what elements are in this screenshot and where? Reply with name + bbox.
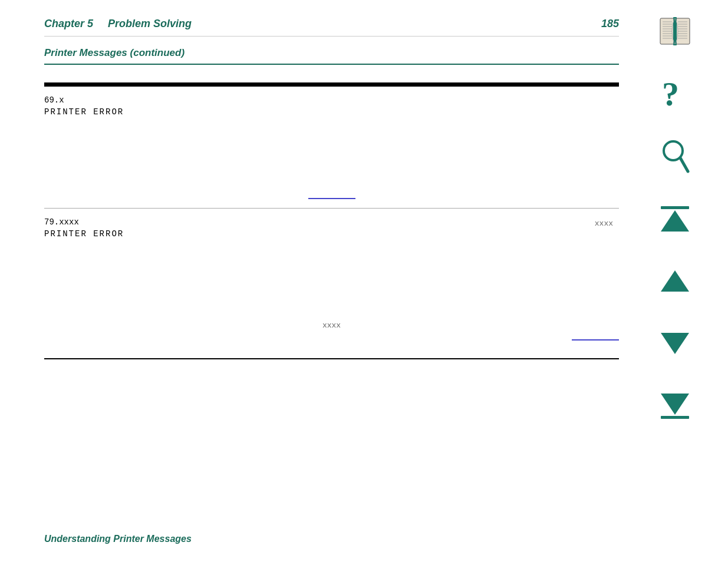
chapter-title: Chapter 5 Problem Solving	[44, 18, 192, 30]
question-icon: ?	[659, 75, 691, 113]
footer-title: Understanding Printer Messages	[44, 534, 192, 544]
blank-area-79	[44, 239, 619, 309]
nav-next-icon	[661, 333, 689, 354]
search-icon	[660, 139, 690, 173]
section-text: Problem Solving	[108, 18, 192, 29]
nav-triangle-up	[661, 210, 689, 232]
link-area-69	[44, 193, 619, 199]
main-content: Chapter 5 Problem Solving 185 Printer Me…	[44, 0, 619, 562]
nav-first-icon-container[interactable]	[654, 198, 696, 239]
error-code-79: 79.xxxx	[44, 217, 595, 227]
error-label-69: PRINTER ERROR	[44, 107, 619, 117]
entry-79-header-row: 79.xxxx PRINTER ERROR xxxx	[44, 217, 619, 239]
svg-rect-18	[673, 17, 677, 45]
svg-point-22	[667, 144, 671, 149]
section-header: Printer Messages (continued)	[44, 47, 619, 65]
link-area-79	[44, 335, 619, 340]
nav-last-icon	[661, 394, 689, 419]
nav-prev-triangle	[661, 270, 689, 292]
page-number: 185	[601, 18, 619, 30]
chapter-text: Chapter 5	[44, 18, 93, 29]
nav-prev-icon	[661, 270, 689, 292]
link-79[interactable]	[572, 335, 619, 340]
error-label-79: PRINTER ERROR	[44, 229, 595, 239]
svg-line-21	[680, 158, 688, 171]
nav-last-icon-container[interactable]	[654, 385, 696, 427]
nav-prev-icon-container[interactable]	[654, 260, 696, 302]
book-icon-container[interactable]	[654, 11, 696, 52]
svg-text:?: ?	[662, 75, 679, 113]
xxxx-right-79: xxxx	[595, 219, 613, 228]
nav-last-triangle	[661, 394, 689, 415]
nav-next-icon-container[interactable]	[654, 323, 696, 364]
entry-69: 69.x PRINTER ERROR	[44, 87, 619, 209]
sidebar-icons: ?	[628, 0, 722, 437]
book-icon	[658, 16, 692, 47]
blank-area-69	[44, 117, 619, 176]
nav-bar-top	[661, 206, 689, 209]
nav-first-icon	[661, 206, 689, 232]
error-code-69: 69.x	[44, 95, 619, 105]
question-icon-container[interactable]: ?	[654, 73, 696, 114]
entry-79: 79.xxxx PRINTER ERROR xxxx xxxx	[44, 209, 619, 359]
entry-79-right: xxxx	[595, 217, 619, 228]
search-icon-container[interactable]	[654, 135, 696, 177]
nav-bar-bottom	[661, 416, 689, 419]
table-title: Printer Messages (continued)	[44, 47, 185, 58]
page-header: Chapter 5 Problem Solving 185	[44, 0, 619, 37]
nav-next-triangle	[661, 333, 689, 354]
xxxx-center-row-79: xxxx	[44, 321, 619, 330]
entry-79-left: 79.xxxx PRINTER ERROR	[44, 217, 595, 239]
xxxx-center-79: xxxx	[322, 321, 341, 330]
footer-title-text: Understanding Printer Messages	[44, 534, 192, 544]
thick-rule	[44, 82, 619, 87]
link-69[interactable]	[308, 193, 355, 199]
